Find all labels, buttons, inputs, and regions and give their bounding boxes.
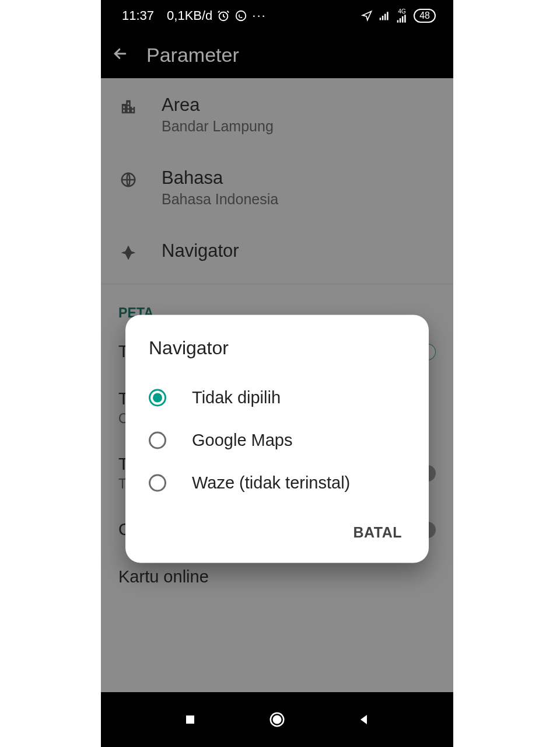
radio-selected-icon [149,389,166,406]
status-data-rate: 0,1KB/d [167,8,212,23]
svg-point-19 [274,716,281,724]
svg-rect-8 [380,18,382,20]
android-nav-bar [101,692,453,747]
nav-recent-button[interactable] [183,713,197,727]
svg-rect-15 [404,15,406,22]
signal-icon [379,10,390,22]
svg-rect-17 [186,715,194,724]
svg-rect-12 [397,20,399,23]
more-icon: ··· [252,8,266,23]
radio-unselected-icon [149,474,166,491]
svg-point-7 [236,11,246,21]
settings-content: Area Bandar Lampung Bahasa Bahasa Indone… [101,78,453,692]
phone-frame: 11:37 0,1KB/d ··· 4G 48 [101,0,453,747]
page-title: Parameter [146,44,239,67]
option-label: Tidak dipilih [192,388,281,407]
status-bar: 11:37 0,1KB/d ··· 4G 48 [101,0,453,32]
dialog-title: Navigator [149,337,405,359]
location-icon [361,10,373,22]
svg-rect-9 [382,16,384,20]
alarm-icon [217,9,230,22]
navigator-dialog: Navigator Tidak dipilih Google Maps Waze… [125,315,429,563]
option-label: Google Maps [192,431,293,450]
option-tidak-dipilih[interactable]: Tidak dipilih [149,376,405,419]
option-waze[interactable]: Waze (tidak terinstal) [149,462,405,504]
cancel-button[interactable]: BATAL [350,518,406,547]
radio-unselected-icon [149,431,166,449]
svg-rect-14 [402,16,404,23]
svg-rect-11 [387,12,388,20]
status-time: 11:37 [122,8,154,23]
svg-rect-10 [384,14,386,20]
back-button[interactable] [111,45,129,65]
battery-indicator: 48 [414,9,436,23]
nav-back-button[interactable] [357,713,371,727]
whatsapp-icon [235,9,247,22]
svg-rect-13 [400,18,401,23]
signal-4g-icon: 4G [396,9,408,23]
app-bar: Parameter [101,32,453,78]
option-google-maps[interactable]: Google Maps [149,419,405,462]
option-label: Waze (tidak terinstal) [192,473,350,493]
nav-home-button[interactable] [268,711,286,728]
